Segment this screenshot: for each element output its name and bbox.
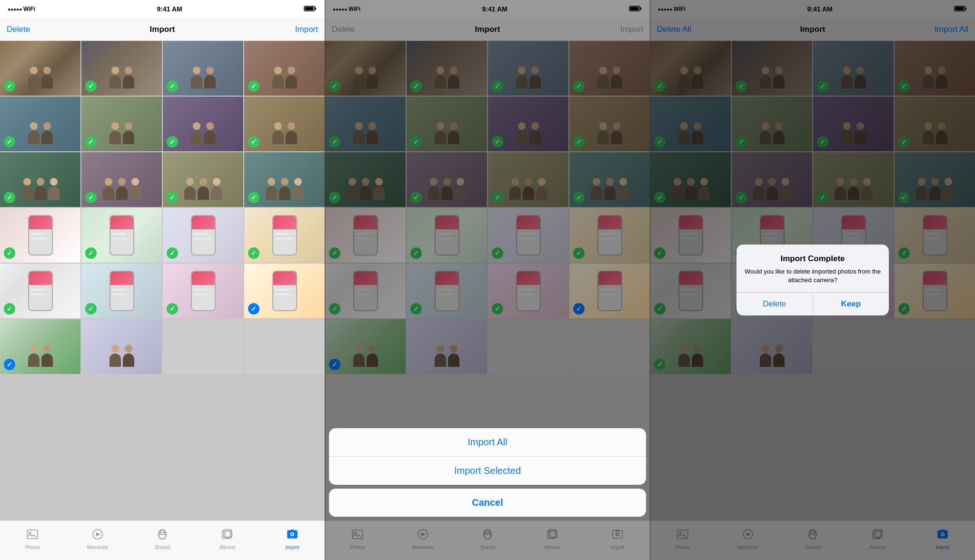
svg-point-4: [29, 532, 31, 534]
tab-shared[interactable]: Shared: [130, 528, 195, 554]
alert-button-keep[interactable]: Keep: [813, 293, 889, 315]
check-circle[interactable]: ✓: [167, 247, 178, 259]
photo-cell[interactable]: ✓: [244, 41, 325, 96]
tab-label: Albums: [219, 545, 235, 550]
photo-cell[interactable]: ✓: [0, 264, 80, 318]
check-circle[interactable]: ✓: [85, 303, 97, 314]
svg-rect-2: [315, 7, 316, 10]
check-circle[interactable]: ✓: [167, 136, 178, 147]
photo-grid: ✓ ✓ ✓ ✓ ✓ ✓: [0, 41, 325, 521]
check-circle[interactable]: ✓: [85, 192, 97, 203]
photo-cell[interactable]: [244, 319, 325, 374]
photo-cell[interactable]: ✓: [81, 264, 162, 318]
check-circle[interactable]: ✓: [248, 247, 259, 259]
check-circle[interactable]: ✓: [167, 303, 178, 314]
check-circle[interactable]: ✓: [248, 80, 259, 92]
photo-cell[interactable]: [81, 319, 162, 374]
tab-label: Import: [286, 545, 299, 550]
photo-cell[interactable]: ✓: [244, 152, 325, 207]
check-circle[interactable]: ✓: [248, 192, 259, 203]
action-sheet: Import AllImport SelectedCancel: [325, 424, 650, 521]
alert-overlay: Import Complete Would you like to delete…: [650, 0, 975, 560]
albums-icon: [220, 528, 234, 543]
alert-title: Import Complete: [744, 254, 881, 264]
tab-label: Photos: [25, 545, 40, 550]
photo-cell[interactable]: ✓: [163, 264, 243, 318]
phone-screen-screen1: ●●●●● WiFi 9:41 AM Delete Import Import …: [0, 0, 325, 560]
check-circle[interactable]: ✓: [4, 192, 15, 203]
photo-cell[interactable]: ✓: [81, 97, 162, 151]
svg-rect-1: [305, 7, 314, 10]
status-time: 9:41 AM: [157, 5, 182, 13]
photo-cell[interactable]: ✓: [0, 97, 80, 151]
check-circle[interactable]: ✓: [4, 136, 15, 147]
check-circle[interactable]: ✓: [248, 136, 259, 147]
photos-icon: [26, 528, 39, 543]
alert-button-delete[interactable]: Delete: [736, 293, 813, 315]
svg-point-13: [291, 533, 293, 535]
status-signal: ●●●●● WiFi: [8, 6, 35, 12]
tab-import[interactable]: Import: [260, 528, 325, 554]
photo-cell[interactable]: ✓: [0, 208, 80, 263]
action-sheet-item[interactable]: Import All: [329, 428, 646, 457]
photo-cell[interactable]: ✓: [81, 208, 162, 263]
svg-marker-6: [96, 532, 100, 536]
tab-photos[interactable]: Photos: [0, 528, 65, 554]
alert-dialog: Import Complete Would you like to delete…: [736, 245, 889, 315]
check-circle[interactable]: ✓: [85, 247, 97, 259]
tab-albums[interactable]: Albums: [195, 528, 259, 554]
photo-cell[interactable]: ✓: [163, 97, 243, 151]
memories-icon: [91, 528, 104, 543]
status-bar: ●●●●● WiFi 9:41 AM: [0, 0, 325, 18]
check-circle[interactable]: ✓: [248, 303, 259, 314]
alert-buttons: DeleteKeep: [736, 292, 889, 315]
svg-rect-14: [291, 530, 294, 531]
photo-cell[interactable]: ✓: [0, 41, 80, 96]
check-circle[interactable]: ✓: [167, 80, 178, 92]
check-circle[interactable]: ✓: [167, 192, 178, 203]
photo-cell[interactable]: ✓: [244, 264, 325, 318]
tab-bar: Photos Memories Shared Albums: [0, 521, 325, 560]
action-sheet-overlay[interactable]: Import AllImport SelectedCancel: [325, 0, 650, 560]
photo-cell[interactable]: ✓: [0, 319, 80, 374]
nav-right-button[interactable]: Import: [275, 25, 318, 34]
nav-bar: Delete Import Import: [0, 18, 325, 41]
alert-message: Would you like to delete imported photos…: [744, 267, 881, 285]
photo-cell[interactable]: ✓: [163, 208, 243, 263]
status-battery: [304, 5, 317, 13]
svg-rect-10: [225, 531, 232, 538]
action-sheet-cancel[interactable]: Cancel: [329, 489, 646, 517]
photo-cell[interactable]: ✓: [244, 97, 325, 151]
tab-label: Shared: [155, 545, 170, 550]
check-circle[interactable]: ✓: [4, 80, 15, 92]
photo-cell[interactable]: ✓: [244, 208, 325, 263]
nav-title: Import: [150, 25, 175, 34]
check-circle[interactable]: ✓: [85, 136, 97, 147]
phone-screen-screen2: ●●●●● WiFi 9:41 AM Delete Import Import …: [325, 0, 650, 560]
check-circle[interactable]: ✓: [4, 359, 15, 370]
check-circle[interactable]: ✓: [4, 247, 15, 259]
shared-icon: [156, 528, 169, 543]
photo-cell[interactable]: [163, 319, 243, 374]
photo-cell[interactable]: ✓: [163, 152, 243, 207]
photo-cell[interactable]: ✓: [0, 152, 80, 207]
tab-memories[interactable]: Memories: [65, 528, 129, 554]
nav-left-button[interactable]: Delete: [7, 25, 50, 34]
check-circle[interactable]: ✓: [4, 303, 15, 314]
photo-cell[interactable]: ✓: [81, 152, 162, 207]
photo-cell[interactable]: ✓: [81, 41, 162, 96]
action-sheet-item[interactable]: Import Selected: [329, 457, 646, 485]
phone-screen-screen3: ●●●●● WiFi 9:41 AM Delete All Import Imp…: [650, 0, 975, 560]
import-icon: [286, 528, 299, 543]
tab-label: Memories: [87, 545, 108, 550]
action-sheet-group: Import AllImport Selected: [329, 428, 646, 485]
check-circle[interactable]: ✓: [85, 80, 97, 92]
photo-cell[interactable]: ✓: [163, 41, 243, 96]
